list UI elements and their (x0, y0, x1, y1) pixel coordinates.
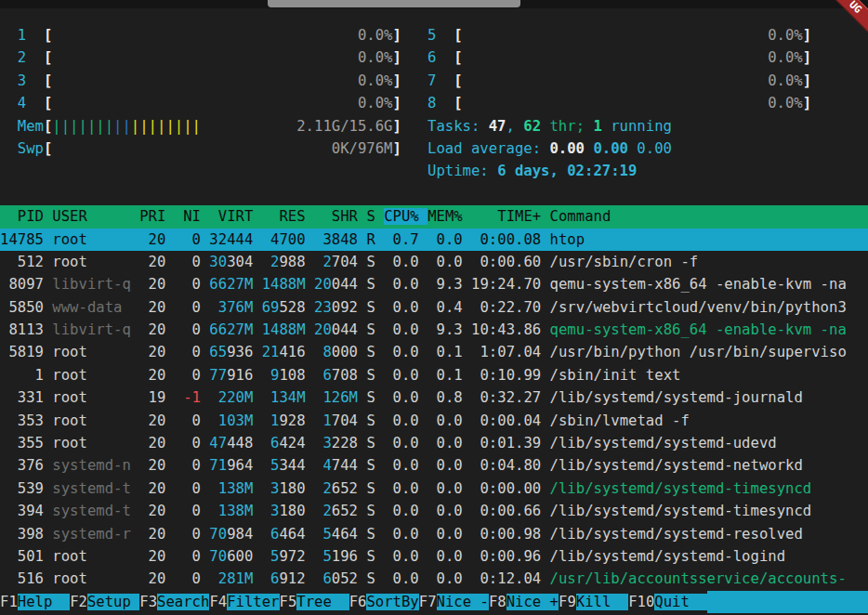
process-virt: 138M (209, 480, 253, 497)
mem-bar-green: ||||||| (52, 118, 113, 135)
process-time: 0:00.96 (471, 548, 550, 565)
process-row-394[interactable]: 394 systemd-t 20 0 138M 3180 2652 S 0.0 … (0, 500, 868, 522)
process-pid: 14785 (0, 231, 52, 248)
process-row-353[interactable]: 353 root 20 0 103M 1928 1704 S 0.0 0.0 0… (0, 410, 868, 432)
cpu-meter-3-label: 3 (18, 72, 44, 89)
fkey-f6-sortby[interactable]: F6SortBy (349, 591, 419, 613)
process-row-331[interactable]: 331 root 19 -1 220M 134M 126M S 0.0 0.8 … (0, 386, 868, 409)
tasks-label: Tasks: (427, 118, 489, 135)
meter-close-bracket: ] (393, 140, 401, 157)
fkey-label: Filter (227, 594, 279, 610)
column-header-s[interactable]: S (366, 208, 384, 225)
titlebar-pill[interactable] (268, 0, 520, 7)
column-header-mem[interactable]: MEM% (427, 208, 471, 225)
mem-tasks-row: Mem[||||||||||||||||| 2.11G/15.6G]Tasks:… (0, 115, 868, 137)
process-time: 0:00.60 (471, 254, 550, 270)
process-command: /usr/lib/accountsservice/accounts- (550, 570, 847, 587)
process-row-512[interactable]: 512 root 20 0 30304 2988 2704 S 0.0 0.0 … (0, 251, 868, 273)
process-pri: 20 (139, 231, 175, 248)
process-row-1[interactable]: 1 root 20 0 77916 9108 6708 S 0.0 0.1 0:… (0, 364, 868, 386)
process-pri: 20 (139, 276, 175, 293)
process-shr: 3 (322, 231, 331, 248)
process-mem: 0.0 (427, 231, 471, 248)
process-time: 1:07.04 (471, 344, 550, 360)
process-virt: 376M (209, 299, 253, 316)
column-header-user[interactable]: USER (52, 208, 139, 225)
process-cpu: 0.0 (384, 526, 427, 543)
fkey-number: F6 (349, 594, 367, 610)
process-user: www-data (52, 299, 139, 316)
fkey-f5-tree[interactable]: F5Tree (280, 591, 349, 613)
process-user: systemd-r (52, 526, 139, 543)
process-row-501[interactable]: 501 root 20 0 70600 5972 5196 S 0.0 0.0 … (0, 545, 868, 568)
column-header-virt[interactable]: VIRT (209, 208, 261, 225)
process-row-8113[interactable]: 8113 libvirt-q 20 0 6627M 1488M 20044 S … (0, 319, 868, 341)
cpu-meter-4-label: 4 (18, 95, 44, 111)
process-time: 0:12.04 (471, 570, 550, 587)
process-command: /lib/systemd/systemd-logind (550, 548, 785, 565)
cpu-meter-value: 0.0% (463, 49, 803, 66)
column-header-pri[interactable]: PRI (139, 208, 175, 225)
fkey-number: F5 (280, 594, 297, 610)
process-command: /lib/systemd/systemd-udevd (550, 435, 777, 451)
terminal[interactable]: 1 [ 0.0%]5 [ 0.0%] 2 [ 0.0%]6 [ 0.0%] 3 … (0, 24, 868, 613)
process-row-355[interactable]: 355 root 20 0 47448 6424 3228 S 0.0 0.0 … (0, 432, 868, 454)
column-header-time[interactable]: TIME+ (471, 208, 550, 225)
fkey-f1-help[interactable]: F1Help (0, 591, 70, 613)
column-header-res[interactable]: RES (262, 208, 314, 225)
process-shr: 1 (322, 412, 331, 429)
process-command: qemu-system-x86_64 -enable-kvm -na (550, 321, 847, 338)
process-shr: 126M (314, 389, 358, 406)
process-mem: 0.1 (427, 344, 471, 360)
fkey-f2-setup[interactable]: F2Setup (70, 591, 139, 613)
process-virt: 32 (209, 231, 227, 248)
cpu-meter-7-label: 7 (427, 72, 454, 89)
process-pid: 1 (0, 367, 52, 384)
column-header-pid[interactable]: PID (0, 208, 52, 225)
fkey-number: F3 (139, 594, 157, 610)
column-header-shr[interactable]: SHR (314, 208, 366, 225)
fkey-f4-filter[interactable]: F4Filter (209, 591, 279, 613)
cpu-meter-value: 0.0% (52, 27, 392, 44)
process-row-516[interactable]: 516 root 20 0 281M 6912 6052 S 0.0 0.0 0… (0, 568, 868, 590)
fkey-f8-nice[interactable]: F8Nice + (489, 591, 559, 613)
fkey-f10-quit[interactable]: F10Quit (628, 591, 707, 613)
process-row-14785[interactable]: 14785 root 20 0 32444 4700 3848 R 0.7 0.… (0, 229, 868, 251)
process-shr: 2 (322, 480, 331, 497)
process-pri: 19 (139, 389, 175, 406)
process-command: /lib/systemd/systemd-networkd (550, 457, 803, 474)
process-row-376[interactable]: 376 systemd-n 20 0 71964 5344 4744 S 0.0… (0, 454, 868, 477)
right-column: 5 [ 0.0%] (427, 24, 811, 46)
process-pid: 355 (0, 435, 52, 451)
fkey-number: F9 (559, 594, 576, 610)
column-header-cpu[interactable]: CPU% (384, 208, 427, 225)
fkey-label: Kill (576, 594, 628, 610)
meter-open-bracket: [ (454, 72, 462, 89)
column-header-command[interactable]: Command (550, 208, 612, 225)
process-ni: 0 (175, 231, 210, 248)
fkey-label: Tree (296, 594, 349, 610)
process-row-398[interactable]: 398 systemd-r 20 0 70984 6464 5464 S 0.0… (0, 523, 868, 545)
process-cpu: 0.0 (384, 367, 427, 384)
column-header-ni[interactable]: NI (175, 208, 210, 225)
process-row-5819[interactable]: 5819 root 20 0 65936 21416 8000 S 0.0 0.… (0, 341, 868, 363)
process-time: 0:00.00 (471, 480, 550, 497)
process-row-5850[interactable]: 5850 www-data 20 0 376M 69528 23092 S 0.… (0, 296, 868, 319)
process-res: 1488M (262, 276, 306, 293)
process-ni: 0 (175, 412, 210, 429)
process-command: /lib/systemd/systemd-resolved (550, 526, 803, 543)
process-user: libvirt-q (52, 321, 139, 338)
fkey-f9-kill[interactable]: F9Kill (559, 591, 628, 613)
meter-row-1: 1 [ 0.0%]5 [ 0.0%] (0, 24, 868, 46)
process-state: S (366, 321, 384, 338)
process-row-8097[interactable]: 8097 libvirt-q 20 0 6627M 1488M 20044 S … (0, 273, 868, 295)
process-row-539[interactable]: 539 systemd-t 20 0 138M 3180 2652 S 0.0 … (0, 478, 868, 500)
process-user: root (52, 389, 139, 406)
process-state: S (366, 570, 384, 587)
fkey-f7-nice[interactable]: F7Nice - (419, 591, 489, 613)
fkey-f3-search[interactable]: F3Search (139, 591, 209, 613)
process-cpu: 0.0 (384, 254, 427, 270)
process-time: 0:10.99 (471, 367, 550, 384)
process-command: /lib/systemd/systemd-journald (550, 389, 803, 406)
process-user: systemd-t (52, 480, 139, 497)
